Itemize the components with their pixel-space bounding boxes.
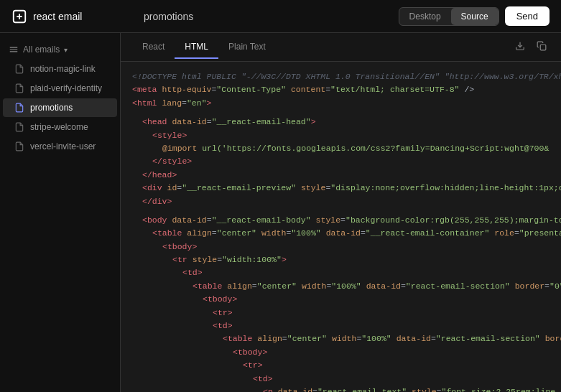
content-area: React HTML Plain Text <!DOCTYPE html PUB…	[121, 33, 561, 392]
send-button[interactable]: Send	[505, 6, 550, 26]
code-editor[interactable]: <!DOCTYPE html PUBLIC "-//W3C//DTD XHTML…	[121, 62, 561, 392]
code-line: @import url('https://fonts.googleapis.co…	[132, 142, 550, 155]
view-toggle: Desktop Source	[399, 7, 499, 26]
copy-button[interactable]	[534, 39, 550, 55]
download-button[interactable]	[512, 39, 528, 55]
tab-react[interactable]: React	[132, 36, 175, 59]
code-line: <td>	[132, 319, 550, 332]
svg-rect-2	[540, 45, 546, 50]
logo-area: react email	[11, 9, 132, 24]
code-line: <style>	[132, 129, 550, 142]
tabs-bar: React HTML Plain Text	[121, 33, 561, 62]
copy-icon	[537, 41, 547, 51]
sidebar-item-label: stripe-welcome	[30, 122, 88, 132]
code-line: <td>	[132, 266, 550, 279]
sidebar-item-stripe-welcome[interactable]: stripe-welcome	[3, 118, 117, 136]
code-line: <tbody>	[132, 241, 550, 253]
code-line: </style>	[132, 155, 550, 168]
logo-icon	[11, 9, 27, 24]
tab-html[interactable]: HTML	[175, 36, 218, 59]
file-icon	[14, 141, 24, 151]
code-line: <p data-id="react-email-text" style="fon…	[132, 386, 550, 392]
desktop-view-button[interactable]: Desktop	[399, 8, 451, 25]
chevron-down-icon: ▾	[64, 46, 68, 54]
tabs-actions	[512, 39, 550, 55]
code-line: <table align="center" width="100%" data-…	[132, 332, 550, 345]
code-line: <tbody>	[132, 293, 550, 306]
file-icon	[14, 83, 24, 93]
code-line: <body data-id="__react-email-body" style…	[132, 214, 550, 227]
header-title: promotions	[132, 11, 399, 22]
sidebar-item-notion-magic-link[interactable]: notion-magic-link	[3, 60, 117, 78]
code-line: <tr style="width:100%">	[132, 253, 550, 266]
file-icon	[14, 64, 24, 74]
file-icon-active	[14, 103, 24, 113]
sidebar-item-label: vercel-invite-user	[30, 141, 96, 151]
code-line: <td>	[132, 373, 550, 386]
code-line: <tbody>	[132, 346, 550, 359]
source-view-button[interactable]: Source	[451, 8, 499, 25]
sidebar-item-label: promotions	[30, 103, 73, 113]
header-actions: Desktop Source Send	[399, 6, 550, 26]
sidebar-item-label: notion-magic-link	[30, 64, 96, 74]
all-emails-section[interactable]: All emails ▾	[0, 40, 120, 59]
code-line: <tr>	[132, 307, 550, 319]
code-line: <meta http-equiv="Content-Type" content=…	[132, 83, 550, 96]
main-layout: All emails ▾ notion-magic-link plaid-ver…	[0, 33, 561, 392]
header: react email promotions Desktop Source Se…	[0, 0, 561, 33]
folder-icon	[9, 45, 19, 55]
code-line: <head data-id="__react-email-head">	[132, 116, 550, 129]
code-line: <table align="center" width="100%" data-…	[132, 280, 550, 293]
logo-text: react email	[33, 11, 82, 22]
code-line: <!DOCTYPE html PUBLIC "-//W3C//DTD XHTML…	[132, 70, 550, 83]
code-line: </head>	[132, 169, 550, 182]
code-blank	[132, 208, 550, 214]
code-line: <div id="__react-email-preview" style="d…	[132, 182, 550, 195]
code-line: <html lang="en">	[132, 97, 550, 110]
sidebar-item-vercel-invite-user[interactable]: vercel-invite-user	[3, 137, 117, 156]
all-emails-label: All emails	[23, 45, 60, 55]
sidebar-item-promotions[interactable]: promotions	[3, 98, 117, 117]
sidebar-item-plaid-verify-identity[interactable]: plaid-verify-identity	[3, 79, 117, 98]
code-blank	[132, 110, 550, 116]
code-line: <table align="center" width="100%" data-…	[132, 227, 550, 240]
code-line: <tr>	[132, 359, 550, 372]
code-line: </div>	[132, 195, 550, 208]
download-icon	[515, 41, 525, 51]
sidebar-item-label: plaid-verify-identity	[30, 83, 102, 93]
tab-plain-text[interactable]: Plain Text	[218, 36, 276, 59]
file-icon	[14, 122, 24, 132]
sidebar: All emails ▾ notion-magic-link plaid-ver…	[0, 33, 121, 392]
